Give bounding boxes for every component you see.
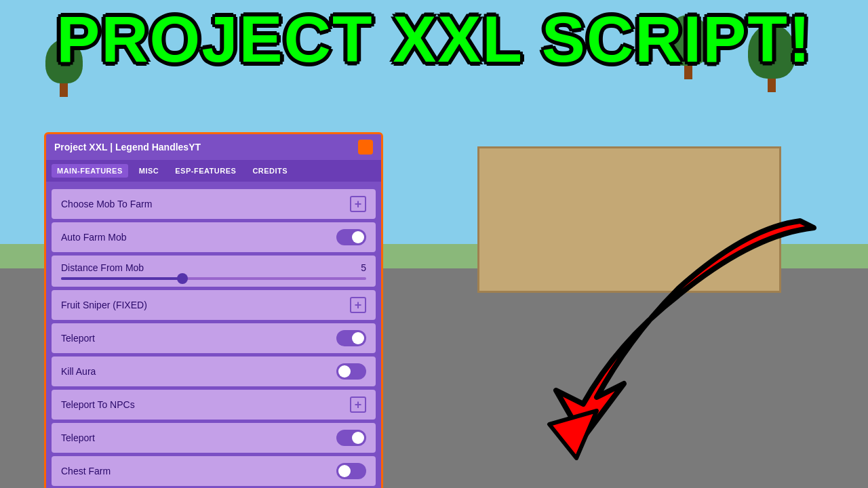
choose-mob-expand[interactable]: + xyxy=(350,196,366,212)
gui-content: Choose Mob To Farm + Auto Farm Mob Dista… xyxy=(46,182,381,488)
row-kill-aura: Kill Aura xyxy=(52,357,376,386)
page-title: PROJECT XXL SCRIPT! xyxy=(0,7,868,72)
toggle-thumb xyxy=(352,231,364,243)
gui-titlebar: Project XXL | Legend HandlesYT xyxy=(46,134,381,160)
toggle-thumb xyxy=(338,365,351,378)
close-button[interactable] xyxy=(358,140,373,155)
chest-farm-toggle[interactable] xyxy=(336,463,366,479)
chest-farm-label: Chest Farm xyxy=(61,466,111,476)
teleport-1-toggle[interactable] xyxy=(336,330,366,346)
row-chest-farm: Chest Farm xyxy=(52,456,376,486)
auto-farm-mob-toggle[interactable] xyxy=(336,229,366,245)
teleport-npcs-label: Teleport To NPCs xyxy=(61,399,135,410)
row-teleport-2: Teleport xyxy=(52,423,376,453)
gui-panel: Project XXL | Legend HandlesYT MAIN-FEAT… xyxy=(44,132,383,488)
teleport-2-label: Teleport xyxy=(61,432,95,443)
tab-misc[interactable]: MISC xyxy=(134,164,165,178)
tab-esp-features[interactable]: ESP-FEATURES xyxy=(170,164,241,178)
teleport-npcs-expand[interactable]: + xyxy=(350,396,366,413)
fruit-sniper-label: Fruit Sniper (FIXED) xyxy=(61,300,147,310)
tab-main-features[interactable]: MAIN-FEATURES xyxy=(52,164,128,178)
toggle-thumb xyxy=(352,432,364,444)
gui-tabs: MAIN-FEATURES MISC ESP-FEATURES CREDITS xyxy=(46,160,381,182)
slider-fill xyxy=(61,277,183,280)
toggle-thumb xyxy=(338,465,351,477)
row-fruit-sniper: Fruit Sniper (FIXED) + xyxy=(52,290,376,320)
slider-header: Distance From Mob 5 xyxy=(61,262,366,273)
row-auto-farm-mob: Auto Farm Mob xyxy=(52,222,376,252)
kill-aura-toggle[interactable] xyxy=(336,363,366,380)
svg-marker-0 xyxy=(549,411,597,458)
gui-title: Project XXL | Legend HandlesYT xyxy=(54,142,201,152)
fruit-sniper-expand[interactable]: + xyxy=(350,297,366,313)
choose-mob-label: Choose Mob To Farm xyxy=(61,199,152,209)
distance-value: 5 xyxy=(361,262,366,273)
slider-thumb[interactable] xyxy=(177,273,188,284)
kill-aura-label: Kill Aura xyxy=(61,366,96,377)
title-container: PROJECT XXL SCRIPT! xyxy=(0,7,868,72)
toggle-thumb xyxy=(352,332,364,344)
distance-slider-track[interactable] xyxy=(61,277,366,280)
teleport-1-label: Teleport xyxy=(61,333,95,344)
row-teleport-npcs: Teleport To NPCs + xyxy=(52,390,376,420)
distance-label: Distance From Mob xyxy=(61,262,144,273)
row-distance-from-mob: Distance From Mob 5 xyxy=(52,256,376,287)
row-teleport-1: Teleport xyxy=(52,323,376,353)
red-arrow xyxy=(542,207,827,468)
row-choose-mob: Choose Mob To Farm + xyxy=(52,189,376,219)
auto-farm-mob-label: Auto Farm Mob xyxy=(61,232,126,243)
tab-credits[interactable]: CREDITS xyxy=(247,164,293,178)
teleport-2-toggle[interactable] xyxy=(336,430,366,446)
